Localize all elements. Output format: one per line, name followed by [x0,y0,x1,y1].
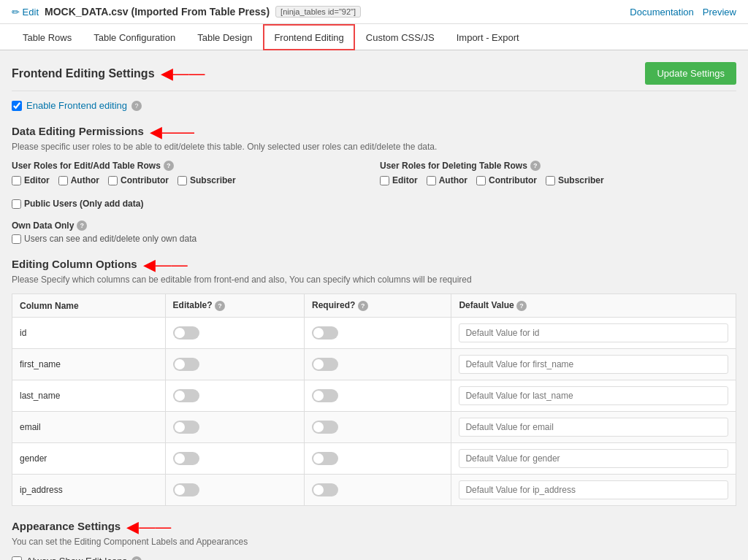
preview-link[interactable]: Preview [703,7,736,18]
col-name-firstname: first_name [12,349,166,380]
own-data-section: Own Data Only ? Users can see and edit/d… [12,220,736,244]
col-editable-firstname [165,349,304,380]
nav-tabs: Table Rows Table Configuration Table Des… [0,24,748,50]
editable-toggle-ip[interactable] [173,483,199,496]
editable-toggle-firstname[interactable] [173,358,199,371]
section-title-group: Frontend Editing Settings ◀—— [12,64,205,83]
documentation-link[interactable]: Documentation [630,7,693,18]
editable-toggle-gender[interactable] [173,452,199,465]
required-toggle-ip[interactable] [312,483,338,496]
edit-roles-info-icon[interactable]: ? [164,161,174,171]
permissions-desc: Please specific user roles to be able to… [12,142,736,152]
table-row: last_name [12,380,736,412]
delete-roles-group: User Roles for Deleting Table Rows ? Edi… [380,161,736,213]
own-data-label: Own Data Only ? [12,220,736,231]
always-show-edit-info-icon[interactable]: ? [131,556,142,561]
always-show-edit-checkbox[interactable] [12,556,22,561]
col-default-email [451,412,736,443]
delete-roles-checkboxes: Editor Author Contributor Subscriber [380,175,736,190]
arrow-indicator-2: ◀—— [150,123,194,142]
permissions-title: Data Editing Permissions [12,125,144,137]
enable-frontend-info-icon[interactable]: ? [131,101,142,111]
editing-columns-title: Editing Column Options [12,258,137,270]
arrow-indicator-3: ◀—— [143,256,188,275]
enable-frontend-row: Enable Frontend editing ? [12,100,736,111]
delete-role-editor[interactable]: Editor [380,175,418,185]
editing-title-group: Editing Column Options ◀—— [12,256,736,275]
editable-toggle-email[interactable] [173,421,199,434]
edit-role-contributor[interactable]: Contributor [108,175,169,185]
col-required-gender [305,443,451,475]
tab-table-rows[interactable]: Table Rows [12,24,83,50]
enable-frontend-checkbox[interactable] [12,101,22,111]
editable-toggle-lastname[interactable] [173,389,199,402]
arrow-indicator-1: ◀—— [161,64,205,83]
required-info-icon[interactable]: ? [358,301,368,311]
col-required-id [305,318,451,349]
tab-frontend-editing[interactable]: Frontend Editing [263,24,354,50]
default-input-email[interactable] [459,418,728,437]
editing-columns-desc: Please Specify which columns can be edit… [12,275,736,285]
edit-link[interactable]: ✏ Edit [12,7,39,18]
col-editable-id [165,318,304,349]
edit-role-author[interactable]: Author [58,175,99,185]
col-default-gender [451,443,736,475]
delete-role-contributor[interactable]: Contributor [476,175,537,185]
default-input-gender[interactable] [459,449,728,468]
default-input-firstname[interactable] [459,355,728,374]
default-input-id[interactable] [459,323,728,342]
table-header-row: Column Name Editable? ? Required? ? Defa… [12,294,736,318]
delete-role-author[interactable]: Author [427,175,468,185]
table-row: email [12,412,736,443]
default-input-ip[interactable] [459,480,728,499]
required-toggle-firstname[interactable] [312,358,338,371]
tab-import-export[interactable]: Import - Export [446,24,530,50]
update-settings-button-top[interactable]: Update Settings [645,62,736,85]
always-show-edit-label: Always Show Edit Icons [26,556,127,560]
delete-role-subscriber[interactable]: Subscriber [546,175,604,185]
editing-section: Editing Column Options ◀—— Please Specif… [12,256,736,506]
delete-roles-info-icon[interactable]: ? [530,161,541,171]
col-editable-header: Editable? ? [165,294,304,318]
roles-grid: User Roles for Edit/Add Table Rows ? Edi… [12,161,736,213]
edit-role-editor[interactable]: Editor [12,175,50,185]
table-tag: [ninja_tables id="92"] [275,6,361,18]
editable-info-icon[interactable]: ? [215,301,225,311]
edit-role-public[interactable]: Public Users (Only add data) [12,199,143,209]
col-name-id: id [12,318,166,349]
col-name-gender: gender [12,443,166,475]
edit-roles-checkboxes: Editor Author Contributor Subscriber Pub… [12,175,368,213]
edit-role-subscriber[interactable]: Subscriber [178,175,236,185]
permissions-section: Data Editing Permissions ◀—— Please spec… [12,123,736,244]
table-title: MOCK_DATA.csv (Imported From Table Press… [45,6,270,18]
edit-roles-label: User Roles for Edit/Add Table Rows ? [12,161,368,171]
col-required-header: Required? ? [305,294,451,318]
own-data-info-icon[interactable]: ? [77,220,87,231]
required-toggle-id[interactable] [312,326,338,340]
arrow-indicator-4: ◀—— [126,518,171,537]
tab-table-design[interactable]: Table Design [186,24,263,50]
col-editable-email [165,412,304,443]
own-data-desc: Users can see and edit/delete only own d… [12,234,736,244]
top-bar-left: ✏ Edit MOCK_DATA.csv (Imported From Tabl… [12,6,361,18]
col-name-header: Column Name [12,294,166,318]
own-data-checkbox[interactable] [12,234,21,244]
table-row: gender [12,443,736,475]
col-default-firstname [451,349,736,380]
col-required-email [305,412,451,443]
required-toggle-email[interactable] [312,421,338,434]
required-toggle-gender[interactable] [312,452,338,465]
col-editable-ip [165,475,304,506]
tab-table-config[interactable]: Table Configuration [83,24,186,50]
top-bar: ✏ Edit MOCK_DATA.csv (Imported From Tabl… [0,0,748,24]
section-header: Frontend Editing Settings ◀—— Update Set… [12,62,736,91]
tab-custom-css[interactable]: Custom CSS/JS [355,24,446,50]
required-toggle-lastname[interactable] [312,389,338,402]
col-required-ip [305,475,451,506]
col-default-header: Default Value ? [451,294,736,318]
default-info-icon[interactable]: ? [516,301,527,311]
col-editable-lastname [165,380,304,412]
default-input-lastname[interactable] [459,386,728,405]
editable-toggle-id[interactable] [173,326,199,340]
frontend-editing-title: Frontend Editing Settings [12,67,155,80]
